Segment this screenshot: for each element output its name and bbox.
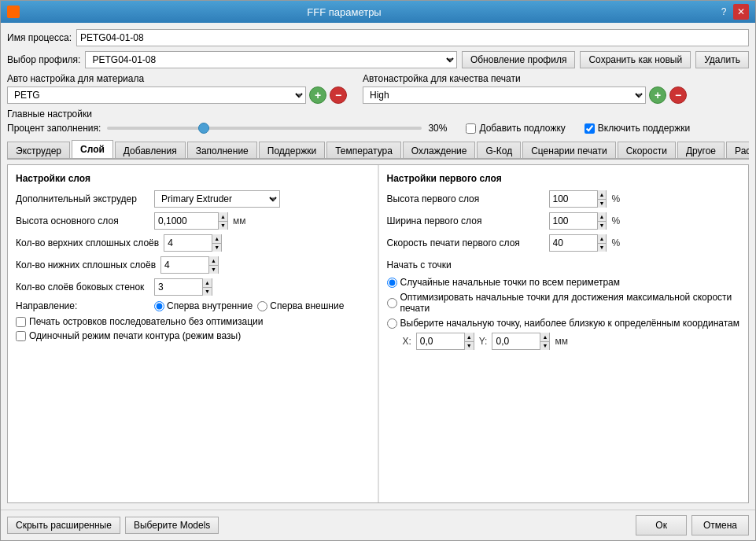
footer-left: Скрыть расширенные Выберите Models	[7, 517, 219, 534]
window-title: FFF параметры	[0, 6, 716, 18]
first-speed-label: Скорость печати первого слоя	[387, 237, 544, 248]
include-support-checkbox[interactable]	[585, 123, 595, 134]
auto-material-label: Авто настройка для материала	[7, 73, 347, 84]
main-settings-label: Главные настройки	[7, 109, 749, 120]
tab-speeds[interactable]: Скорости	[618, 142, 676, 160]
direction-label: Направление:	[16, 300, 149, 311]
first-width-spin: ▲ ▼	[549, 212, 607, 230]
radio-closest[interactable]	[387, 318, 397, 329]
bottom-layers-label: Кол-во нижних сплошных слоёв	[16, 259, 156, 270]
x-up[interactable]: ▲	[464, 333, 474, 342]
add-quality-button[interactable]: +	[649, 86, 666, 104]
top-layers-input[interactable]	[164, 235, 212, 251]
tab-layer[interactable]: Слой	[72, 140, 113, 160]
side-layers-label: Кол-во слоёв боковых стенок	[16, 282, 149, 293]
first-speed-spin: ▲ ▼	[549, 234, 607, 252]
first-width-input[interactable]	[550, 213, 597, 229]
add-support-checkbox-label[interactable]: Добавить подложку	[466, 123, 565, 134]
delete-profile-button[interactable]: Удалить	[695, 51, 749, 68]
bottom-layers-up[interactable]: ▲	[208, 256, 218, 266]
add-support-label: Добавить подложку	[479, 123, 565, 134]
layer-height-down[interactable]: ▼	[218, 222, 227, 230]
y-input[interactable]	[492, 333, 540, 349]
print-islands-checkbox[interactable]	[16, 317, 26, 327]
direction-outer-label[interactable]: Сперва внешние	[257, 300, 344, 311]
bottom-layers-row: Кол-во нижних сплошных слоёв ▲ ▼	[16, 256, 370, 274]
first-width-up[interactable]: ▲	[597, 212, 607, 222]
add-material-button[interactable]: +	[309, 86, 326, 104]
update-profile-button[interactable]: Обновление профиля	[462, 51, 576, 68]
remove-material-button[interactable]: −	[330, 86, 347, 104]
side-layers-down[interactable]: ▼	[202, 288, 212, 296]
bottom-layers-down[interactable]: ▼	[208, 266, 218, 274]
first-height-row: Высота первого слоя ▲ ▼ %	[387, 190, 741, 208]
side-layers-up[interactable]: ▲	[202, 278, 212, 288]
first-speed-up[interactable]: ▲	[597, 234, 607, 244]
select-models-button[interactable]: Выберите Models	[125, 517, 219, 534]
direction-outer-radio[interactable]	[257, 301, 267, 311]
y-up[interactable]: ▲	[540, 333, 549, 342]
first-speed-down[interactable]: ▼	[597, 244, 607, 252]
single-mode-checkbox[interactable]	[16, 331, 26, 341]
extruder-select[interactable]: Primary Extruder	[154, 190, 280, 208]
side-layers-spin: ▲ ▼	[154, 278, 212, 296]
save-new-button[interactable]: Сохранить как новый	[580, 51, 691, 68]
bottom-layers-input[interactable]	[161, 257, 208, 273]
auto-quality-col: Автонастройка для качества печати High +…	[363, 73, 687, 104]
remove-quality-button[interactable]: −	[669, 86, 687, 104]
first-height-input[interactable]	[550, 191, 597, 207]
direction-inner-label[interactable]: Сперва внутренние	[154, 300, 253, 311]
close-button[interactable]: ✕	[733, 4, 749, 20]
cancel-button[interactable]: Отмена	[691, 515, 749, 535]
y-down[interactable]: ▼	[540, 342, 549, 351]
tab-temperature[interactable]: Температура	[326, 142, 401, 160]
auto-quality-select[interactable]: High	[363, 86, 646, 104]
x-label: X:	[403, 336, 411, 347]
ok-button[interactable]: Ок	[636, 515, 687, 535]
first-height-down[interactable]: ▼	[597, 200, 607, 208]
layer-height-up[interactable]: ▲	[218, 212, 227, 222]
tab-fill[interactable]: Заполнение	[187, 142, 257, 160]
layer-height-input[interactable]	[155, 213, 218, 229]
help-button[interactable]: ?	[716, 4, 732, 20]
direction-inner-radio[interactable]	[154, 301, 164, 311]
auto-material-select[interactable]: PETG	[7, 86, 306, 104]
x-input[interactable]	[417, 333, 464, 349]
top-layers-spin: ▲ ▼	[164, 234, 222, 252]
process-input[interactable]	[76, 29, 749, 46]
first-height-up[interactable]: ▲	[597, 190, 607, 200]
top-layers-down[interactable]: ▼	[212, 244, 221, 252]
tab-calc[interactable]: Расч	[726, 142, 749, 160]
first-speed-input[interactable]	[550, 235, 597, 251]
process-label: Имя процесса:	[7, 32, 72, 43]
x-down[interactable]: ▼	[464, 342, 474, 351]
tab-extruder[interactable]: Экструдер	[7, 142, 70, 160]
tab-scenarios[interactable]: Сценарии печати	[522, 142, 615, 160]
tab-other[interactable]: Другое	[677, 142, 725, 160]
layer-settings-panel: Настройки слоя Дополнительный экструдер …	[8, 165, 378, 502]
start-point-title: Начать с точки	[387, 259, 741, 270]
fill-slider[interactable]	[107, 127, 422, 130]
first-layer-panel: Настройки первого слоя Высота первого сл…	[379, 165, 749, 502]
radio-optimize[interactable]	[387, 298, 397, 308]
add-support-checkbox[interactable]	[466, 123, 476, 134]
hide-advanced-button[interactable]: Скрыть расширенные	[7, 517, 120, 534]
tab-additions[interactable]: Добавления	[115, 142, 186, 160]
tab-gcode[interactable]: G-Код	[477, 142, 521, 160]
print-islands-label[interactable]: Печать островков последовательно без опт…	[29, 316, 264, 327]
radio-random-label: Случайные начальные точки по всем периме…	[400, 277, 621, 288]
first-width-down[interactable]: ▼	[597, 222, 607, 230]
auto-settings-row: Авто настройка для материала PETG + − Ав…	[7, 73, 749, 104]
profile-label: Выбор профиля:	[7, 54, 80, 65]
tab-cooling[interactable]: Охлаждение	[403, 142, 476, 160]
tab-supports[interactable]: Поддержки	[259, 142, 325, 160]
auto-material-col: Авто настройка для материала PETG + −	[7, 73, 347, 104]
side-layers-input[interactable]	[155, 279, 202, 295]
start-point-section: Начать с точки Случайные начальные точки…	[387, 259, 741, 350]
top-layers-up[interactable]: ▲	[212, 234, 221, 244]
include-support-checkbox-label[interactable]: Включить поддержки	[585, 123, 690, 134]
first-height-spin: ▲ ▼	[549, 190, 607, 208]
single-mode-label[interactable]: Одиночный режим печати контура (режим ва…	[29, 330, 241, 341]
radio-random[interactable]	[387, 278, 397, 288]
profile-select[interactable]: PETG04-01-08	[85, 51, 456, 68]
